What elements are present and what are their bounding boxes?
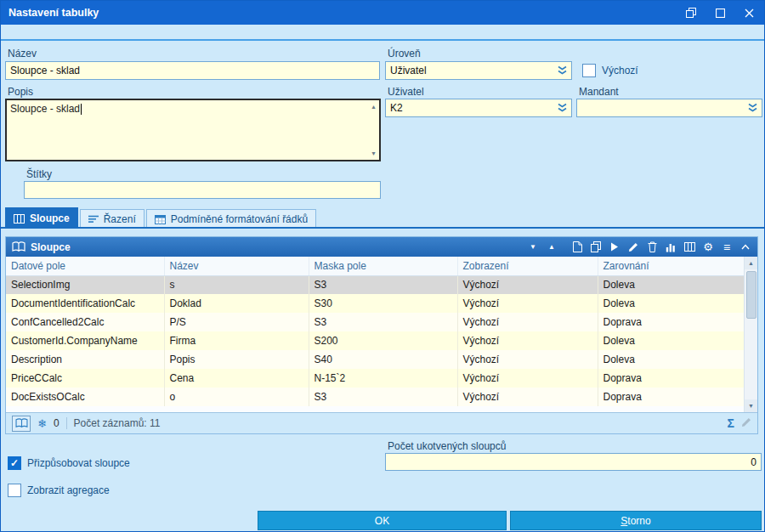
table-header-row: Datové pole Název Maska pole Zobrazení Z… bbox=[6, 257, 744, 275]
table-cell: Doleva bbox=[598, 331, 744, 350]
close-window-button[interactable] bbox=[741, 5, 756, 20]
panel-toolbar: ▼ ▲ bbox=[527, 241, 751, 254]
table-cell: Doleva bbox=[598, 275, 744, 294]
fit-columns-checkbox[interactable]: Přizpůsobovat sloupce bbox=[8, 456, 130, 470]
mandant-label: Mandant bbox=[579, 86, 619, 98]
uzivatel-value: K2 bbox=[390, 102, 403, 114]
edit-pencil-icon[interactable] bbox=[627, 241, 639, 254]
mandant-combobox[interactable] bbox=[576, 99, 762, 117]
table-cell: S3 bbox=[309, 313, 457, 331]
table-cell: Výchozí bbox=[457, 369, 598, 388]
frozen-count: 0 bbox=[54, 417, 60, 429]
sort-list-icon bbox=[88, 215, 99, 224]
table-row[interactable]: PriceCCalcCenaN-15`2VýchozíDoprava bbox=[6, 369, 744, 388]
scroll-up-arrow-icon[interactable]: ▲ bbox=[371, 104, 377, 110]
book-view-button[interactable] bbox=[12, 416, 31, 432]
nazev-input[interactable] bbox=[5, 61, 380, 80]
uroven-combobox[interactable]: Uživatel bbox=[385, 61, 572, 80]
restore-window-button[interactable] bbox=[683, 5, 699, 20]
new-record-icon[interactable] bbox=[571, 241, 583, 254]
scrollbar-thumb[interactable] bbox=[746, 271, 756, 319]
tab-label: Podmíněné formátování řádků bbox=[171, 213, 308, 225]
table-row[interactable]: DescriptionPopisS40VýchozíDoleva bbox=[6, 350, 744, 369]
columns-panel: Sloupce ▼ ▲ bbox=[5, 236, 758, 434]
table-cell: Doleva bbox=[598, 294, 744, 313]
run-icon[interactable] bbox=[609, 241, 620, 254]
combo-dropdown-icon bbox=[557, 65, 568, 76]
popis-label: Popis bbox=[8, 86, 33, 98]
snowflake-icon[interactable]: ❄ bbox=[37, 417, 47, 430]
column-header[interactable]: Název bbox=[164, 257, 309, 275]
maximize-window-button[interactable] bbox=[712, 5, 728, 20]
uzivatel-label: Uživatel bbox=[388, 86, 424, 98]
table-row[interactable]: DocumentIdentificationCalcDokladS30Výcho… bbox=[6, 294, 744, 313]
popis-text: Sloupce - sklad bbox=[10, 103, 80, 115]
table-cell: o bbox=[164, 388, 309, 406]
table-cell: CustomerId.CompanyName bbox=[6, 331, 164, 350]
table-cell: N-15`2 bbox=[309, 369, 457, 388]
table-row[interactable]: SelectionImgsS3VýchozíDoleva bbox=[6, 275, 744, 294]
vychozi-checkbox-label: Výchozí bbox=[602, 65, 638, 76]
table-row[interactable]: ConfCancelled2CalcP/SS3VýchozíDoprava bbox=[6, 313, 744, 331]
combo-dropdown-icon bbox=[557, 103, 568, 113]
scrollbar-down-icon[interactable]: ▼ bbox=[745, 399, 758, 412]
scroll-down-arrow-icon[interactable]: ▼ bbox=[371, 150, 377, 156]
column-header[interactable]: Zarovnání bbox=[598, 257, 744, 275]
table-cell: Výchozí bbox=[457, 313, 598, 331]
show-aggregations-checkbox-box bbox=[8, 484, 21, 497]
anchored-columns-input[interactable] bbox=[385, 453, 762, 471]
ok-button[interactable]: OK bbox=[258, 511, 507, 530]
vychozi-checkbox-box bbox=[582, 64, 596, 77]
columns-layout-icon[interactable] bbox=[683, 241, 695, 254]
storno-button[interactable]: Storno bbox=[510, 511, 762, 530]
column-header[interactable]: Datové pole bbox=[6, 257, 164, 275]
table-cell: S30 bbox=[309, 294, 457, 313]
maximize-icon bbox=[716, 8, 725, 18]
title-bar: Nastavení tabulky bbox=[1, 1, 764, 25]
uroven-label: Úroveň bbox=[388, 48, 421, 59]
table-cell: Doklad bbox=[164, 294, 309, 313]
table-cell: S3 bbox=[309, 275, 457, 294]
tab-bar: Sloupce Řazení Podmíněné formátování řád… bbox=[5, 207, 316, 229]
column-header[interactable]: Zobrazení bbox=[457, 257, 598, 275]
table-cell: Doprava bbox=[598, 313, 744, 331]
delete-trash-icon[interactable] bbox=[646, 241, 658, 254]
book-icon bbox=[15, 418, 28, 428]
tab-underline bbox=[1, 227, 765, 229]
book-icon bbox=[12, 241, 26, 252]
table-cell: Výchozí bbox=[457, 294, 598, 313]
scrollbar-up-icon[interactable]: ▲ bbox=[745, 257, 758, 269]
settings-gear-icon[interactable]: ⚙ bbox=[702, 241, 714, 254]
collapse-panel-icon[interactable] bbox=[740, 241, 751, 254]
fit-columns-checkbox-label: Přizpůsobovat sloupce bbox=[27, 457, 130, 469]
table-cell: Doprava bbox=[598, 388, 744, 406]
menu-icon[interactable]: ≡ bbox=[721, 241, 733, 254]
table-cell: Cena bbox=[164, 369, 309, 388]
show-aggregations-checkbox-label: Zobrazit agregace bbox=[27, 484, 110, 496]
popis-textarea[interactable]: Sloupce - sklad ▲ ▼ bbox=[5, 99, 381, 161]
tab-razeni[interactable]: Řazení bbox=[80, 209, 144, 229]
table-row[interactable]: DocExistsOCalcoS3VýchozíDoprava bbox=[6, 388, 744, 406]
header-separator bbox=[1, 39, 764, 41]
dropdown-menu-icon[interactable]: ▼ bbox=[527, 241, 539, 254]
move-up-icon[interactable]: ▲ bbox=[546, 241, 558, 254]
vertical-scrollbar[interactable]: ▲ ▼ bbox=[744, 257, 757, 412]
columns-icon bbox=[14, 214, 25, 224]
column-header[interactable]: Maska pole bbox=[309, 257, 457, 275]
copy-record-icon[interactable] bbox=[590, 241, 602, 254]
tab-podminene-formatovani[interactable]: Podmíněné formátování řádků bbox=[146, 209, 316, 229]
table-cell: Výchozí bbox=[457, 388, 598, 406]
vychozi-checkbox[interactable]: Výchozí bbox=[582, 64, 638, 77]
uzivatel-combobox[interactable]: K2 bbox=[385, 99, 572, 117]
stitky-input[interactable] bbox=[24, 181, 381, 199]
panel-title: Sloupce bbox=[31, 241, 71, 253]
show-aggregations-checkbox[interactable]: Zobrazit agregace bbox=[8, 484, 110, 497]
table-cell: DocumentIdentificationCalc bbox=[6, 294, 164, 313]
sum-sigma-icon[interactable]: Σ bbox=[728, 416, 734, 430]
columns-table: Datové pole Název Maska pole Zobrazení Z… bbox=[6, 257, 745, 406]
tab-label: Řazení bbox=[104, 213, 136, 225]
chart-icon[interactable] bbox=[665, 241, 677, 254]
table-row[interactable]: CustomerId.CompanyNameFirmaS200VýchozíDo… bbox=[6, 331, 744, 350]
tab-sloupce[interactable]: Sloupce bbox=[5, 207, 78, 229]
table-cell: Firma bbox=[164, 331, 309, 350]
